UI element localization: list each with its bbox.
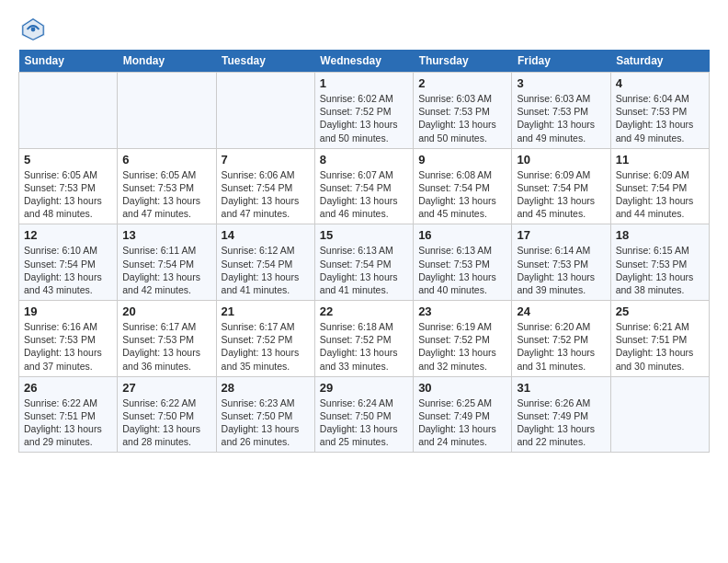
calendar-cell: 22Sunrise: 6:18 AM Sunset: 7:52 PM Dayli… — [314, 301, 413, 377]
calendar-cell — [216, 73, 314, 149]
day-info: Sunrise: 6:05 AM Sunset: 7:53 PM Dayligh… — [122, 168, 210, 221]
day-header-monday: Monday — [118, 50, 216, 73]
day-info: Sunrise: 6:20 AM Sunset: 7:52 PM Dayligh… — [517, 320, 605, 373]
day-number: 27 — [122, 381, 210, 395]
calendar-cell: 25Sunrise: 6:21 AM Sunset: 7:51 PM Dayli… — [610, 301, 709, 377]
logo — [18, 15, 51, 44]
day-number: 6 — [122, 153, 210, 167]
calendar-cell: 1Sunrise: 6:02 AM Sunset: 7:52 PM Daylig… — [314, 73, 413, 149]
day-number: 20 — [122, 304, 210, 318]
calendar-cell: 23Sunrise: 6:19 AM Sunset: 7:52 PM Dayli… — [414, 301, 512, 377]
day-info: Sunrise: 6:05 AM Sunset: 7:53 PM Dayligh… — [24, 168, 112, 221]
calendar-cell: 31Sunrise: 6:26 AM Sunset: 7:49 PM Dayli… — [512, 376, 610, 453]
calendar-cell: 21Sunrise: 6:17 AM Sunset: 7:52 PM Dayli… — [216, 301, 314, 377]
day-number: 1 — [320, 76, 408, 90]
calendar-cell: 29Sunrise: 6:24 AM Sunset: 7:50 PM Dayli… — [314, 376, 413, 453]
day-number: 29 — [320, 381, 408, 395]
day-number: 24 — [517, 304, 605, 318]
calendar-cell: 18Sunrise: 6:15 AM Sunset: 7:53 PM Dayli… — [610, 224, 709, 301]
day-info: Sunrise: 6:15 AM Sunset: 7:53 PM Dayligh… — [616, 244, 704, 296]
logo-icon — [18, 15, 48, 44]
day-number: 7 — [222, 153, 310, 167]
calendar-cell: 26Sunrise: 6:22 AM Sunset: 7:51 PM Dayli… — [19, 376, 118, 453]
calendar-cell — [118, 73, 216, 149]
day-number: 14 — [222, 228, 310, 242]
day-info: Sunrise: 6:11 AM Sunset: 7:54 PM Dayligh… — [122, 244, 210, 296]
calendar-cell: 14Sunrise: 6:12 AM Sunset: 7:54 PM Dayli… — [216, 224, 314, 301]
day-info: Sunrise: 6:10 AM Sunset: 7:54 PM Dayligh… — [24, 244, 112, 296]
day-info: Sunrise: 6:22 AM Sunset: 7:50 PM Dayligh… — [122, 396, 210, 449]
calendar-cell: 24Sunrise: 6:20 AM Sunset: 7:52 PM Dayli… — [512, 301, 610, 377]
day-number: 4 — [616, 76, 704, 90]
day-number: 12 — [24, 228, 112, 242]
calendar-cell: 27Sunrise: 6:22 AM Sunset: 7:50 PM Dayli… — [118, 376, 216, 453]
calendar-cell: 19Sunrise: 6:16 AM Sunset: 7:53 PM Dayli… — [19, 301, 118, 377]
day-header-wednesday: Wednesday — [314, 50, 413, 73]
calendar-cell: 15Sunrise: 6:13 AM Sunset: 7:54 PM Dayli… — [314, 224, 413, 301]
day-number: 21 — [222, 304, 310, 318]
week-row-1: 1Sunrise: 6:02 AM Sunset: 7:52 PM Daylig… — [19, 73, 710, 149]
day-header-thursday: Thursday — [414, 50, 512, 73]
day-info: Sunrise: 6:08 AM Sunset: 7:54 PM Dayligh… — [418, 168, 506, 221]
day-number: 17 — [517, 228, 605, 242]
day-header-friday: Friday — [512, 50, 610, 73]
day-info: Sunrise: 6:12 AM Sunset: 7:54 PM Dayligh… — [222, 244, 310, 296]
day-info: Sunrise: 6:25 AM Sunset: 7:49 PM Dayligh… — [418, 396, 506, 449]
day-number: 25 — [616, 304, 704, 318]
header — [18, 15, 710, 44]
calendar-cell: 28Sunrise: 6:23 AM Sunset: 7:50 PM Dayli… — [216, 376, 314, 453]
day-number: 8 — [320, 153, 408, 167]
week-row-3: 12Sunrise: 6:10 AM Sunset: 7:54 PM Dayli… — [19, 224, 710, 301]
calendar-cell: 7Sunrise: 6:06 AM Sunset: 7:54 PM Daylig… — [216, 148, 314, 224]
day-number: 26 — [24, 381, 112, 395]
calendar-cell: 13Sunrise: 6:11 AM Sunset: 7:54 PM Dayli… — [118, 224, 216, 301]
week-row-4: 19Sunrise: 6:16 AM Sunset: 7:53 PM Dayli… — [19, 301, 710, 377]
calendar-cell: 6Sunrise: 6:05 AM Sunset: 7:53 PM Daylig… — [118, 148, 216, 224]
day-number: 31 — [517, 381, 605, 395]
day-info: Sunrise: 6:18 AM Sunset: 7:52 PM Dayligh… — [320, 320, 408, 373]
calendar-table: SundayMondayTuesdayWednesdayThursdayFrid… — [18, 50, 710, 453]
calendar-cell — [610, 376, 709, 453]
day-info: Sunrise: 6:24 AM Sunset: 7:50 PM Dayligh… — [320, 396, 408, 449]
week-row-5: 26Sunrise: 6:22 AM Sunset: 7:51 PM Dayli… — [19, 376, 710, 453]
calendar-cell: 8Sunrise: 6:07 AM Sunset: 7:54 PM Daylig… — [314, 148, 413, 224]
day-header-saturday: Saturday — [610, 50, 709, 73]
calendar-cell: 10Sunrise: 6:09 AM Sunset: 7:54 PM Dayli… — [512, 148, 610, 224]
svg-point-2 — [31, 28, 36, 32]
day-info: Sunrise: 6:14 AM Sunset: 7:53 PM Dayligh… — [517, 244, 605, 296]
calendar-cell: 5Sunrise: 6:05 AM Sunset: 7:53 PM Daylig… — [19, 148, 118, 224]
day-info: Sunrise: 6:19 AM Sunset: 7:52 PM Dayligh… — [418, 320, 506, 373]
calendar-cell: 3Sunrise: 6:03 AM Sunset: 7:53 PM Daylig… — [512, 73, 610, 149]
day-number: 15 — [320, 228, 408, 242]
day-number: 9 — [418, 153, 506, 167]
day-number: 22 — [320, 304, 408, 318]
day-number: 3 — [517, 76, 605, 90]
day-info: Sunrise: 6:03 AM Sunset: 7:53 PM Dayligh… — [517, 92, 605, 144]
calendar-cell: 16Sunrise: 6:13 AM Sunset: 7:53 PM Dayli… — [414, 224, 512, 301]
day-info: Sunrise: 6:23 AM Sunset: 7:50 PM Dayligh… — [222, 396, 310, 449]
calendar-cell: 17Sunrise: 6:14 AM Sunset: 7:53 PM Dayli… — [512, 224, 610, 301]
day-info: Sunrise: 6:17 AM Sunset: 7:52 PM Dayligh… — [222, 320, 310, 373]
header-row: SundayMondayTuesdayWednesdayThursdayFrid… — [19, 50, 710, 73]
calendar-cell: 2Sunrise: 6:03 AM Sunset: 7:53 PM Daylig… — [414, 73, 512, 149]
day-info: Sunrise: 6:09 AM Sunset: 7:54 PM Dayligh… — [517, 168, 605, 221]
day-info: Sunrise: 6:09 AM Sunset: 7:54 PM Dayligh… — [616, 168, 704, 221]
day-number: 19 — [24, 304, 112, 318]
day-info: Sunrise: 6:22 AM Sunset: 7:51 PM Dayligh… — [24, 396, 112, 449]
day-header-sunday: Sunday — [19, 50, 118, 73]
day-number: 11 — [616, 153, 704, 167]
page: SundayMondayTuesdayWednesdayThursdayFrid… — [0, 0, 728, 462]
day-number: 23 — [418, 304, 506, 318]
day-number: 30 — [418, 381, 506, 395]
calendar-cell: 12Sunrise: 6:10 AM Sunset: 7:54 PM Dayli… — [19, 224, 118, 301]
calendar-cell: 20Sunrise: 6:17 AM Sunset: 7:53 PM Dayli… — [118, 301, 216, 377]
calendar-cell: 4Sunrise: 6:04 AM Sunset: 7:53 PM Daylig… — [610, 73, 709, 149]
week-row-2: 5Sunrise: 6:05 AM Sunset: 7:53 PM Daylig… — [19, 148, 710, 224]
day-info: Sunrise: 6:21 AM Sunset: 7:51 PM Dayligh… — [616, 320, 704, 373]
day-number: 5 — [24, 153, 112, 167]
day-number: 18 — [616, 228, 704, 242]
day-info: Sunrise: 6:03 AM Sunset: 7:53 PM Dayligh… — [418, 92, 506, 144]
day-info: Sunrise: 6:13 AM Sunset: 7:54 PM Dayligh… — [320, 244, 408, 296]
day-info: Sunrise: 6:04 AM Sunset: 7:53 PM Dayligh… — [616, 92, 704, 144]
calendar-cell: 11Sunrise: 6:09 AM Sunset: 7:54 PM Dayli… — [610, 148, 709, 224]
